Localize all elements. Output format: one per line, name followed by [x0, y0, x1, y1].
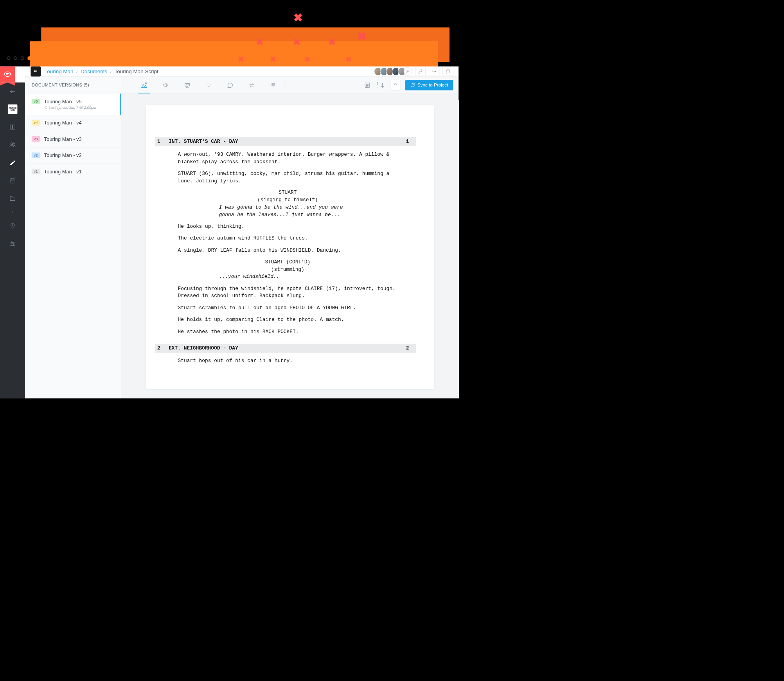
- mountain-icon: [141, 82, 148, 89]
- sync-button[interactable]: Sync to Project: [405, 80, 453, 90]
- sync-button-label: Sync to Project: [417, 83, 448, 88]
- link-icon: [418, 69, 423, 74]
- svg-rect-8: [10, 179, 15, 183]
- version-sync-info: Last synced Jan 7 @ 2:00pm: [44, 106, 96, 110]
- tool-scene[interactable]: [140, 77, 149, 93]
- main-area: Touring Man › Documents › Touring Man Sc…: [25, 67, 459, 398]
- character-cue[interactable]: STUART (CONT'D): [224, 259, 352, 266]
- nav-calendar[interactable]: [0, 172, 25, 190]
- version-item[interactable]: v3Touring Man - v3: [25, 131, 121, 148]
- arrow-left-icon: [9, 88, 16, 94]
- svg-rect-4: [10, 125, 12, 129]
- user-plus-icon: [406, 69, 410, 74]
- scene-number-left: 1: [157, 138, 169, 146]
- tool-numbering[interactable]: 12: [377, 77, 386, 93]
- tool-parenthetical[interactable]: [204, 77, 213, 93]
- action-text[interactable]: STUART (36), unwitting, cocky, man child…: [178, 170, 398, 184]
- svg-point-28: [433, 71, 433, 72]
- x-icon: ✖: [293, 37, 301, 47]
- scene-heading[interactable]: 2EXT. NEIGHBORHOOD - DAY2: [155, 344, 416, 353]
- note-icon: [364, 82, 371, 89]
- tool-transition[interactable]: [247, 77, 256, 93]
- action-text[interactable]: He looks up, thinking.: [178, 223, 398, 231]
- version-title: Touring Man - v3: [44, 136, 82, 142]
- x-icon: ✖: [270, 55, 276, 63]
- svg-point-18: [11, 245, 12, 246]
- nav-location[interactable]: [0, 217, 25, 235]
- tool-character[interactable]: [183, 77, 192, 93]
- breadcrumb-section[interactable]: Documents: [81, 68, 107, 75]
- dialogue-text[interactable]: ...your windshield..: [219, 273, 356, 281]
- action-text[interactable]: He holds it up, comparing Claire to the …: [178, 316, 398, 324]
- svg-point-33: [188, 85, 188, 85]
- svg-rect-5: [13, 125, 15, 129]
- nav-people[interactable]: [0, 136, 25, 154]
- nav-settings[interactable]: [0, 235, 25, 253]
- people-icon: [9, 142, 16, 149]
- x-icon: ✖: [293, 11, 303, 24]
- tool-dialogue[interactable]: [226, 77, 235, 93]
- scene-number-right: 2: [406, 344, 414, 352]
- ellipse-icon: [205, 82, 212, 89]
- version-item[interactable]: v2Touring Man - v2: [25, 148, 121, 164]
- tool-notes[interactable]: [363, 77, 372, 93]
- sliders-icon: [9, 241, 16, 247]
- app-window: TOURING MAN: [0, 67, 459, 398]
- collaborator-avatars[interactable]: [376, 67, 412, 76]
- version-item[interactable]: v5Touring Man - v5Last synced Jan 7 @ 2:…: [25, 94, 121, 115]
- content-row: DOCUMENT VERSIONS (5) v5Touring Man - v5…: [25, 77, 459, 398]
- more-button[interactable]: [429, 67, 439, 76]
- chevron-right-icon: ›: [76, 68, 78, 75]
- breadcrumb: Touring Man › Documents › Touring Man Sc…: [44, 68, 158, 75]
- brand-ribbon[interactable]: [0, 67, 15, 83]
- action-text[interactable]: Focusing through the windshield, he spot…: [178, 285, 398, 300]
- version-item[interactable]: v4Touring Man - v4: [25, 115, 121, 132]
- svg-point-29: [434, 71, 435, 72]
- project-chip[interactable]: [31, 67, 41, 77]
- dialogue-text[interactable]: I was gonna to be the wind...and you wer…: [219, 204, 356, 218]
- add-collaborator-button[interactable]: [404, 67, 412, 76]
- scene-heading[interactable]: 1INT. STUART'S CAR - DAY1: [155, 137, 416, 146]
- nav-separator-dot: [12, 212, 13, 213]
- nav-board[interactable]: [0, 118, 25, 136]
- tool-text[interactable]: [269, 77, 278, 93]
- action-text[interactable]: He stashes the photo in his BACK POCKET.: [178, 328, 398, 335]
- chevron-right-icon: ›: [110, 68, 111, 75]
- svg-point-16: [13, 243, 14, 245]
- versions-header: DOCUMENT VERSIONS (5): [25, 77, 121, 94]
- brand-icon: [4, 70, 11, 78]
- megaphone-icon: [162, 82, 169, 89]
- version-item[interactable]: v1Touring Man - v1: [25, 164, 121, 180]
- share-link-button[interactable]: [415, 67, 426, 76]
- action-text[interactable]: A worn-out, '93 CAMRY. Weathered interio…: [178, 151, 398, 165]
- character-cue[interactable]: STUART: [224, 189, 352, 196]
- svg-point-30: [435, 71, 436, 72]
- action-text[interactable]: The electric autumn wind RUFFLES the tre…: [178, 235, 398, 242]
- versions-panel: DOCUMENT VERSIONS (5) v5Touring Man - v5…: [25, 77, 121, 398]
- version-badge: v4: [32, 120, 40, 126]
- x-icon: ✖: [304, 55, 311, 63]
- x-icon: ✖: [256, 37, 264, 47]
- arrow-down-icon: [379, 82, 386, 89]
- lock-button[interactable]: [390, 80, 401, 90]
- refresh-icon: [410, 83, 415, 87]
- nav-rail: TOURING MAN: [0, 83, 25, 398]
- version-badge: v2: [32, 153, 40, 158]
- paper-scroll[interactable]: 1INT. STUART'S CAR - DAY1A worn-out, '93…: [121, 94, 459, 398]
- script-page: 1INT. STUART'S CAR - DAY1A worn-out, '93…: [146, 105, 434, 389]
- action-text[interactable]: A single, DRY LEAF falls onto his WINDSH…: [178, 247, 398, 254]
- doc-toolbar: 12 Sync to Project: [121, 77, 459, 94]
- parenthetical[interactable]: (singing to himself): [224, 196, 352, 204]
- svg-point-19: [34, 70, 35, 71]
- comments-button[interactable]: [442, 67, 453, 76]
- chat-icon: [445, 69, 450, 74]
- tool-announce[interactable]: [161, 77, 170, 93]
- project-thumb[interactable]: TOURING MAN: [8, 104, 18, 114]
- action-text[interactable]: Stuart scrambles to pull out an aged PHO…: [178, 304, 398, 312]
- breadcrumb-project[interactable]: Touring Man: [44, 68, 73, 75]
- topbar: Touring Man › Documents › Touring Man Sc…: [25, 67, 459, 77]
- action-text[interactable]: Stuart hops out of his car in a hurry.: [178, 357, 398, 365]
- nav-files[interactable]: [0, 189, 25, 207]
- parenthetical[interactable]: (strumming): [224, 266, 352, 274]
- nav-script[interactable]: [0, 154, 25, 172]
